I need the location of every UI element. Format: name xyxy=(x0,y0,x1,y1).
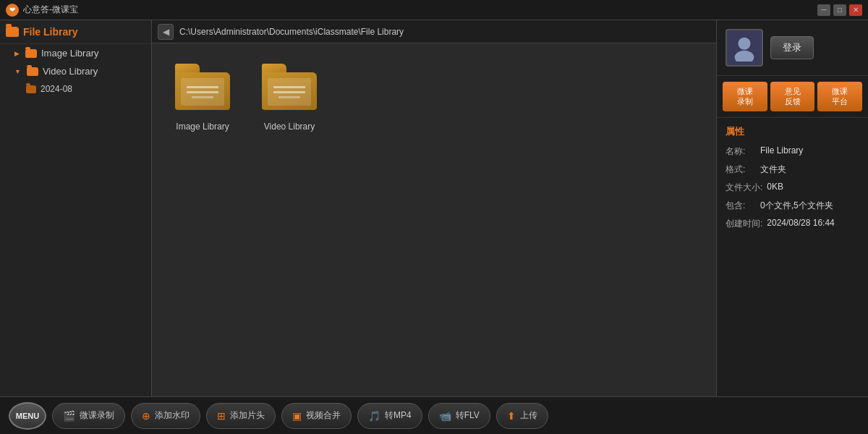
properties-panel: 属性 名称: File Library 格式: 文件夹 文件大小: 0KB 包含… xyxy=(717,118,868,396)
sidebar-item-label: Image Library xyxy=(41,48,98,59)
address-text: C:\Users\Administrator\Documents\iClassm… xyxy=(179,27,710,37)
prop-key-size: 文件大小: xyxy=(726,182,762,194)
sidebar-item-video-library[interactable]: ▼ Video Library xyxy=(0,62,151,80)
sidebar-root-label: File Library xyxy=(23,26,77,38)
file-grid: Image Library xyxy=(152,43,716,396)
folder-line-4 xyxy=(273,91,305,93)
toolbar-mp4-button[interactable]: 🎵 转MP4 xyxy=(357,403,422,429)
avatar xyxy=(726,29,763,67)
file-icon-wrap-2 xyxy=(260,58,318,116)
close-button[interactable]: ✕ xyxy=(849,4,862,16)
folder-line-sm-2 xyxy=(278,96,300,98)
toolbar-upload-button[interactable]: ⬆ 上传 xyxy=(496,403,548,429)
address-bar: ◀ C:\Users\Administrator\Documents\iClas… xyxy=(152,20,716,43)
watermark-icon: ⊕ xyxy=(142,410,150,422)
toolbar-header-label: 添加片头 xyxy=(230,409,265,422)
arrow-icon-2: ▼ xyxy=(14,68,21,75)
login-button[interactable]: 登录 xyxy=(770,36,814,59)
prop-row-contains: 包含: 0个文件,5个文件夹 xyxy=(726,200,859,212)
titlebar-left: ❤ 心意答-微课宝 xyxy=(6,4,78,17)
properties-title: 属性 xyxy=(726,125,859,138)
folder-line-3 xyxy=(273,86,305,88)
svg-point-1 xyxy=(735,51,754,61)
file-browser: ◀ C:\Users\Administrator\Documents\iClas… xyxy=(152,20,716,396)
record-button[interactable]: 微课 录制 xyxy=(723,82,767,111)
main: File Library ▶ Image Library ▼ Video Lib… xyxy=(0,20,868,434)
toolbar-merge-button[interactable]: ▣ 视频合并 xyxy=(281,403,352,429)
prop-key-name: 名称: xyxy=(726,145,756,158)
titlebar-title: 心意答-微课宝 xyxy=(23,4,78,16)
content-area: File Library ▶ Image Library ▼ Video Lib… xyxy=(0,20,868,396)
file-item-image-library[interactable]: Image Library xyxy=(166,58,239,133)
user-area: 登录 xyxy=(717,20,868,76)
prop-row-name: 名称: File Library xyxy=(726,145,859,158)
header-icon: ⊞ xyxy=(217,410,226,422)
svg-point-0 xyxy=(738,38,750,50)
toolbar-flv-label: 转FLV xyxy=(456,409,480,422)
bottom-toolbar: MENU 🎬 微课录制 ⊕ 添加水印 ⊞ 添加片头 ▣ 视频合并 🎵 转MP4 … xyxy=(0,396,868,434)
avatar-svg xyxy=(731,34,758,61)
prop-key-format: 格式: xyxy=(726,163,756,176)
sidebar: File Library ▶ Image Library ▼ Video Lib… xyxy=(0,20,152,396)
folder-icon-sm xyxy=(25,49,37,58)
prop-value-format: 文件夹 xyxy=(760,163,786,176)
merge-icon: ▣ xyxy=(292,410,302,422)
prop-value-contains: 0个文件,5个文件夹 xyxy=(760,200,833,212)
titlebar-controls: ─ □ ✕ xyxy=(817,4,862,16)
file-item-label: Image Library xyxy=(176,122,229,133)
toolbar-header-button[interactable]: ⊞ 添加片头 xyxy=(206,403,276,429)
folder-icon-large xyxy=(175,64,230,110)
folder-icon xyxy=(6,27,19,37)
prop-key-contains: 包含: xyxy=(726,200,756,212)
prop-row-created: 创建时间: 2024/08/28 16:44 xyxy=(726,218,859,230)
file-item-label-2: Video Library xyxy=(264,122,315,133)
folder-icon-sm-2 xyxy=(27,67,38,76)
prop-value-size: 0KB xyxy=(767,182,783,194)
folder-body xyxy=(175,72,230,110)
maximize-button[interactable]: □ xyxy=(833,4,846,16)
toolbar-mp4-label: 转MP4 xyxy=(385,409,412,422)
file-item-video-library[interactable]: Video Library xyxy=(253,58,326,133)
toolbar-watermark-label: 添加水印 xyxy=(155,409,190,422)
prop-value-created: 2024/08/28 16:44 xyxy=(767,218,834,230)
folder-body-2 xyxy=(262,72,317,110)
folder-line-1 xyxy=(187,86,218,88)
toolbar-upload-label: 上传 xyxy=(520,409,537,422)
titlebar: ❤ 心意答-微课宝 ─ □ ✕ xyxy=(0,0,868,20)
toolbar-watermark-button[interactable]: ⊕ 添加水印 xyxy=(131,403,200,429)
sidebar-root-item[interactable]: File Library xyxy=(0,20,151,44)
app-icon: ❤ xyxy=(6,4,19,17)
folder-paper-2 xyxy=(268,78,311,106)
feedback-button[interactable]: 意见 反馈 xyxy=(770,82,815,111)
flv-icon: 📹 xyxy=(439,410,451,422)
right-panel: 登录 微课 录制 意见 反馈 微课 平台 属性 名称: File Library xyxy=(716,20,868,396)
back-icon: ◀ xyxy=(163,27,169,37)
toolbar-record-button[interactable]: 🎬 微课录制 xyxy=(52,403,125,429)
folder-icon-xs xyxy=(26,85,36,93)
prop-row-size: 文件大小: 0KB xyxy=(726,182,859,194)
prop-value-name: File Library xyxy=(760,145,803,158)
sidebar-item-image-library[interactable]: ▶ Image Library xyxy=(0,44,151,62)
platform-button[interactable]: 微课 平台 xyxy=(817,82,862,111)
folder-line-sm xyxy=(192,96,213,98)
folder-paper xyxy=(181,78,224,106)
prop-key-created: 创建时间: xyxy=(726,218,762,230)
toolbar-record-label: 微课录制 xyxy=(80,409,114,422)
toolbar-merge-label: 视频合并 xyxy=(306,409,341,422)
file-icon-wrap xyxy=(174,58,231,116)
folder-line-2 xyxy=(187,91,218,93)
action-buttons: 微课 录制 意见 反馈 微课 平台 xyxy=(717,76,868,118)
arrow-icon: ▶ xyxy=(14,50,20,57)
toolbar-flv-button[interactable]: 📹 转FLV xyxy=(428,403,490,429)
minimize-button[interactable]: ─ xyxy=(817,4,830,16)
record-icon: 🎬 xyxy=(63,410,75,422)
menu-button[interactable]: MENU xyxy=(9,402,46,430)
mp4-icon: 🎵 xyxy=(368,410,380,422)
folder-icon-large-2 xyxy=(262,64,317,110)
back-button[interactable]: ◀ xyxy=(158,24,174,40)
upload-icon: ⬆ xyxy=(507,410,516,422)
sidebar-item-label-2: Video Library xyxy=(43,66,98,77)
sidebar-item-2024-08[interactable]: 2024-08 xyxy=(0,80,151,98)
prop-row-format: 格式: 文件夹 xyxy=(726,163,859,176)
sidebar-child-label: 2024-08 xyxy=(41,84,72,94)
